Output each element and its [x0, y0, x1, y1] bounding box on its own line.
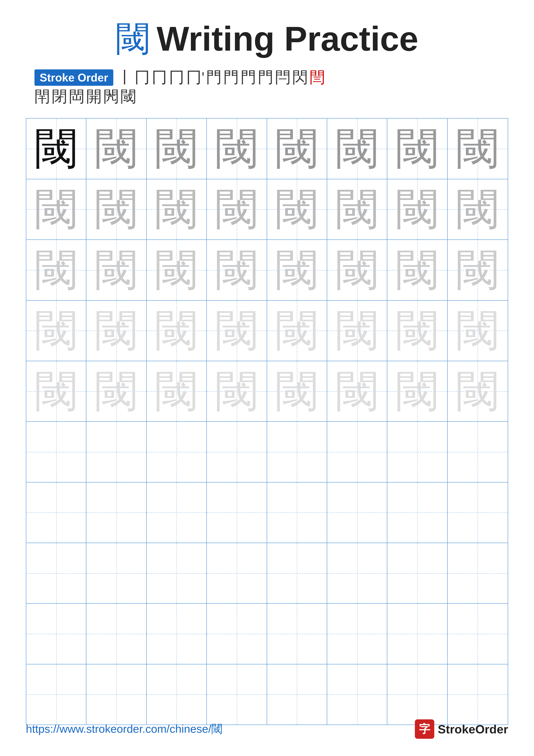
cell-7-6[interactable]	[327, 482, 387, 543]
cell-5-7[interactable]: 閾	[387, 361, 447, 421]
cell-8-4[interactable]	[207, 543, 267, 603]
cell-3-2[interactable]: 閾	[87, 240, 146, 300]
cell-4-5[interactable]: 閾	[267, 301, 327, 361]
cell-3-6[interactable]: 閾	[327, 240, 387, 300]
cell-6-2[interactable]	[87, 422, 146, 482]
cell-7-1[interactable]	[26, 482, 87, 543]
cell-7-3[interactable]	[147, 482, 207, 543]
cell-9-1[interactable]	[26, 604, 87, 664]
cell-7-2[interactable]	[87, 482, 146, 543]
cell-1-6[interactable]: 閾	[327, 119, 387, 179]
cell-7-8[interactable]	[447, 482, 508, 543]
cell-6-5[interactable]	[267, 422, 327, 482]
cell-6-6[interactable]	[327, 422, 387, 482]
cell-6-4[interactable]	[207, 422, 267, 482]
cell-8-5[interactable]	[267, 543, 327, 603]
cell-2-4[interactable]: 閾	[207, 179, 267, 239]
cell-1-5[interactable]: 閾	[267, 119, 327, 179]
cell-1-1[interactable]: 閾	[26, 119, 87, 179]
cell-4-4[interactable]: 閾	[207, 301, 267, 361]
cell-8-7[interactable]	[387, 543, 447, 603]
practice-char: 閾	[275, 362, 318, 420]
cell-4-1[interactable]: 閾	[26, 301, 87, 361]
cell-4-6[interactable]: 閾	[327, 301, 387, 361]
cell-7-7[interactable]	[387, 482, 447, 543]
practice-char: 閾	[456, 302, 499, 360]
cell-7-4[interactable]	[207, 482, 267, 543]
cell-2-7[interactable]: 閾	[387, 179, 447, 239]
cell-4-8[interactable]: 閾	[447, 301, 508, 361]
cell-10-1[interactable]	[26, 664, 87, 724]
cell-3-4[interactable]: 閾	[207, 240, 267, 300]
cell-1-3[interactable]: 閾	[147, 119, 207, 179]
cell-9-6[interactable]	[327, 604, 387, 664]
cell-9-4[interactable]	[207, 604, 267, 664]
cell-8-1[interactable]	[26, 543, 87, 603]
cell-8-8[interactable]	[447, 543, 508, 603]
cell-2-8[interactable]: 閾	[447, 179, 508, 239]
practice-char: 閾	[336, 180, 379, 238]
cell-6-7[interactable]	[387, 422, 447, 482]
practice-char: 閾	[275, 241, 318, 299]
cell-2-5[interactable]: 閾	[267, 179, 327, 239]
stroke-order-label: Stroke Order	[35, 69, 113, 86]
practice-char: 閾	[35, 302, 78, 360]
cell-4-2[interactable]: 閾	[87, 301, 146, 361]
practice-char: 閾	[396, 362, 439, 420]
cell-1-8[interactable]: 閾	[447, 119, 508, 179]
practice-char: 閾	[396, 180, 439, 238]
stroke-8: 門	[241, 69, 256, 86]
cell-10-2[interactable]	[87, 664, 146, 724]
practice-char: 閾	[215, 241, 258, 299]
cell-5-3[interactable]: 閾	[147, 361, 207, 421]
cell-9-3[interactable]	[147, 604, 207, 664]
cell-10-4[interactable]	[207, 664, 267, 724]
grid-row-4: 閾 閾 閾 閾 閾 閾 閾 閾	[26, 301, 508, 361]
cell-1-2[interactable]: 閾	[87, 119, 146, 179]
cell-9-8[interactable]	[447, 604, 508, 664]
cell-8-3[interactable]	[147, 543, 207, 603]
cell-6-3[interactable]	[147, 422, 207, 482]
practice-char: 閾	[155, 362, 198, 420]
cell-9-5[interactable]	[267, 604, 327, 664]
cell-10-3[interactable]	[147, 664, 207, 724]
cell-3-8[interactable]: 閾	[447, 240, 508, 300]
title-text: Writing Practice	[157, 21, 418, 56]
cell-10-6[interactable]	[327, 664, 387, 724]
cell-2-3[interactable]: 閾	[147, 179, 207, 239]
page: 閾 Writing Practice Stroke Order 丨 冂 冂 冂 …	[0, 0, 534, 756]
cell-5-4[interactable]: 閾	[207, 361, 267, 421]
cell-3-7[interactable]: 閾	[387, 240, 447, 300]
cell-10-7[interactable]	[387, 664, 447, 724]
cell-4-7[interactable]: 閾	[387, 301, 447, 361]
cell-3-5[interactable]: 閾	[267, 240, 327, 300]
cell-5-2[interactable]: 閾	[87, 361, 146, 421]
cell-2-6[interactable]: 閾	[327, 179, 387, 239]
cell-2-2[interactable]: 閾	[87, 179, 146, 239]
cell-9-2[interactable]	[87, 604, 146, 664]
cell-4-3[interactable]: 閾	[147, 301, 207, 361]
practice-char: 閾	[456, 241, 499, 299]
cell-2-1[interactable]: 閾	[26, 179, 87, 239]
cell-5-1[interactable]: 閾	[26, 361, 87, 421]
cell-5-6[interactable]: 閾	[327, 361, 387, 421]
cell-10-5[interactable]	[267, 664, 327, 724]
cell-8-6[interactable]	[327, 543, 387, 603]
cell-1-7[interactable]: 閾	[387, 119, 447, 179]
practice-char: 閾	[275, 120, 318, 178]
cell-10-8[interactable]	[447, 664, 508, 724]
cell-1-4[interactable]: 閾	[207, 119, 267, 179]
practice-char: 閾	[396, 302, 439, 360]
footer-url[interactable]: https://www.strokeorder.com/chinese/閾	[26, 721, 222, 737]
cell-3-3[interactable]: 閾	[147, 240, 207, 300]
cell-7-5[interactable]	[267, 482, 327, 543]
cell-3-1[interactable]: 閾	[26, 240, 87, 300]
cell-9-7[interactable]	[387, 604, 447, 664]
practice-char: 閾	[396, 120, 439, 178]
cell-5-5[interactable]: 閾	[267, 361, 327, 421]
cell-6-8[interactable]	[447, 422, 508, 482]
cell-6-1[interactable]	[26, 422, 87, 482]
cell-8-2[interactable]	[87, 543, 146, 603]
brand-icon: 字	[415, 719, 434, 739]
cell-5-8[interactable]: 閾	[447, 361, 508, 421]
